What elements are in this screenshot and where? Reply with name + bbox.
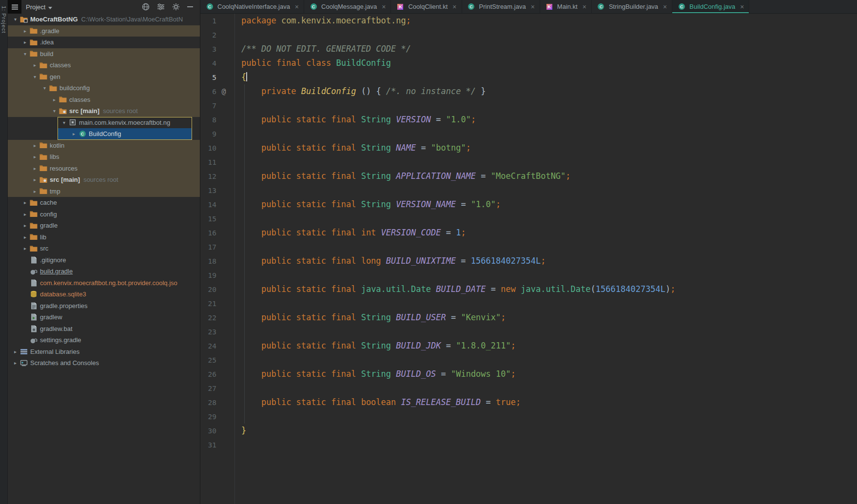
tree-item-gradle[interactable]: ▸.gradle	[8, 25, 200, 37]
tree-item-kotlin[interactable]: ▸kotlin	[8, 140, 200, 152]
code-line-1[interactable]: package com.kenvix.moecraftbot.ng;	[241, 14, 857, 28]
gutter-line-10[interactable]: 10	[200, 141, 234, 155]
gutter-line-31[interactable]: 31	[200, 438, 234, 452]
chevron-expanded-icon[interactable]: ▾	[50, 108, 58, 114]
code-line-15[interactable]	[241, 212, 857, 226]
close-icon[interactable]: ×	[382, 3, 386, 10]
code-line-20[interactable]: public static final java.util.Date BUILD…	[241, 282, 857, 296]
gutter-line-28[interactable]: 28	[200, 395, 234, 409]
gutter-line-11[interactable]: 11	[200, 155, 234, 169]
tree-item-src[interactable]: ▸src	[8, 243, 200, 254]
view-menu-icon[interactable]	[8, 0, 21, 14]
gutter-line-9[interactable]: 9	[200, 127, 234, 141]
code-line-22[interactable]: public static final String BUILD_USER = …	[241, 310, 857, 325]
tree-item-classes[interactable]: ▸classes	[8, 94, 200, 106]
gutter-line-22[interactable]: 22	[200, 310, 234, 325]
tab-buildconfig-java[interactable]: CBuildConfig.java×	[672, 0, 749, 13]
code-line-2[interactable]	[241, 28, 857, 42]
chevron-collapsed-icon[interactable]: ▸	[11, 349, 19, 354]
tree-item-build-gradle[interactable]: build.gradle	[8, 266, 200, 277]
tab-coolqclient-kt[interactable]: KCoolqClient.kt×	[391, 0, 462, 13]
code-line-30[interactable]: }	[241, 424, 857, 438]
tree-item-gradlew-bat[interactable]: gradlew.bat	[8, 323, 200, 335]
tab-main-kt[interactable]: KMain.kt×	[540, 0, 592, 13]
gutter-line-18[interactable]: 18	[200, 254, 234, 268]
gutter-line-23[interactable]: 23	[200, 325, 234, 339]
chevron-collapsed-icon[interactable]: ▸	[50, 97, 58, 102]
code-line-19[interactable]	[241, 268, 857, 282]
tree-item-config[interactable]: ▸config	[8, 209, 200, 220]
tree-item-database-sqlite3[interactable]: database.sqlite3	[8, 289, 200, 300]
code-area[interactable]: package com.kenvix.moecraftbot.ng;/** DO…	[235, 14, 857, 504]
code-line-8[interactable]: public static final String VERSION = "1.…	[241, 113, 857, 127]
tree-item-buildconfig[interactable]: ▾buildconfig	[8, 82, 200, 94]
chevron-collapsed-icon[interactable]: ▸	[70, 131, 78, 136]
chevron-collapsed-icon[interactable]: ▸	[31, 177, 39, 182]
gutter-line-21[interactable]: 21	[200, 296, 234, 310]
code-line-9[interactable]	[241, 127, 857, 141]
chevron-expanded-icon[interactable]: ▾	[60, 120, 68, 125]
code-line-12[interactable]: public static final String APPLICATION_N…	[241, 169, 857, 183]
close-icon[interactable]: ×	[531, 3, 535, 10]
chevron-collapsed-icon[interactable]: ▸	[21, 28, 29, 34]
tree-item-resources[interactable]: ▸resources	[8, 163, 200, 174]
code-line-29[interactable]	[241, 409, 857, 424]
code-line-21[interactable]	[241, 296, 857, 310]
tree-item-classes[interactable]: ▸classes	[8, 59, 200, 71]
code-line-18[interactable]: public static final long BUILD_UNIXTIME …	[241, 254, 857, 268]
tree-item-src-main[interactable]: ▸src [main]sources root	[8, 174, 200, 186]
tree-item-main-com-kenvix-moecraftbot-ng[interactable]: ▾main.com.kenvix.moecraftbot.ng	[8, 117, 200, 129]
chevron-collapsed-icon[interactable]: ▸	[31, 166, 39, 171]
tree-item-gradle-properties[interactable]: gradle.properties	[8, 300, 200, 312]
tree-item-libs[interactable]: ▸libs	[8, 151, 200, 163]
tree-item-external-libraries[interactable]: ▸External Libraries	[8, 346, 200, 358]
chevron-collapsed-icon[interactable]: ▸	[21, 234, 29, 240]
code-line-27[interactable]	[241, 381, 857, 395]
close-icon[interactable]: ×	[740, 3, 744, 10]
tree-item-moecraftbotng[interactable]: ▾MoeCraftBotNGC:\Work-Station\Java\MoeCr…	[8, 14, 200, 25]
chevron-expanded-icon[interactable]: ▾	[40, 85, 49, 91]
code-line-25[interactable]	[241, 353, 857, 367]
code-line-14[interactable]: public static final String VERSION_NAME …	[241, 197, 857, 212]
tab-coolqnativeinterface-java[interactable]: CCoolqNativeInterface.java×	[200, 0, 304, 13]
code-line-13[interactable]	[241, 183, 857, 197]
tree-item-gitignore[interactable]: .gitignore	[8, 254, 200, 266]
gutter-line-19[interactable]: 19	[200, 268, 234, 282]
tool-window-button-project[interactable]: 1: Project	[1, 6, 7, 33]
chevron-collapsed-icon[interactable]: ▸	[21, 212, 29, 217]
tree-item-scratches-and-consoles[interactable]: ▸Scratches and Consoles	[8, 357, 200, 369]
tree-item-build[interactable]: ▾build	[8, 48, 200, 60]
gutter-line-26[interactable]: 26	[200, 367, 234, 381]
tree-item-cache[interactable]: ▸cache	[8, 197, 200, 209]
tree-item-com-kenvix-moecraftbot-ng-bot-provider-coolq-jso[interactable]: com.kenvix.moecraftbot.ng.bot.provider.c…	[8, 277, 200, 289]
gutter-line-8[interactable]: 8	[200, 113, 234, 127]
chevron-collapsed-icon[interactable]: ▸	[31, 154, 39, 159]
gear-icon[interactable]	[172, 3, 180, 11]
chevron-collapsed-icon[interactable]: ▸	[21, 246, 29, 251]
tree-item-gradle[interactable]: ▸gradle	[8, 220, 200, 232]
gutter-line-14[interactable]: 14	[200, 197, 234, 212]
tree-item-gradlew[interactable]: gradlew	[8, 311, 200, 323]
code-line-4[interactable]: public final class BuildConfig	[241, 56, 857, 70]
tree-item-idea[interactable]: ▸.idea	[8, 37, 200, 48]
code-line-31[interactable]	[241, 438, 857, 452]
project-view-selector[interactable]: Project	[21, 3, 57, 11]
gutter-line-4[interactable]: 4	[200, 56, 234, 70]
gutter-line-29[interactable]: 29	[200, 409, 234, 424]
gutter-line-25[interactable]: 25	[200, 353, 234, 367]
tree-item-tmp[interactable]: ▸tmp	[8, 186, 200, 197]
close-icon[interactable]: ×	[663, 3, 667, 10]
code-line-5[interactable]: {	[241, 70, 857, 84]
tree-item-buildconfig[interactable]: ▸CBuildConfig	[8, 128, 200, 140]
hide-panel-icon[interactable]	[187, 6, 193, 8]
gutter-line-5[interactable]: 5	[200, 70, 234, 84]
chevron-expanded-icon[interactable]: ▾	[21, 51, 29, 57]
globe-icon[interactable]	[142, 3, 150, 11]
tree-item-src-main[interactable]: ▾src [main]sources root	[8, 105, 200, 117]
code-line-17[interactable]	[241, 240, 857, 254]
code-line-23[interactable]	[241, 325, 857, 339]
code-line-24[interactable]: public static final String BUILD_JDK = "…	[241, 339, 857, 353]
code-line-6[interactable]: private BuildConfig () { /*. no instance…	[241, 84, 857, 98]
chevron-collapsed-icon[interactable]: ▸	[31, 189, 39, 194]
code-line-26[interactable]: public static final String BUILD_OS = "W…	[241, 367, 857, 381]
